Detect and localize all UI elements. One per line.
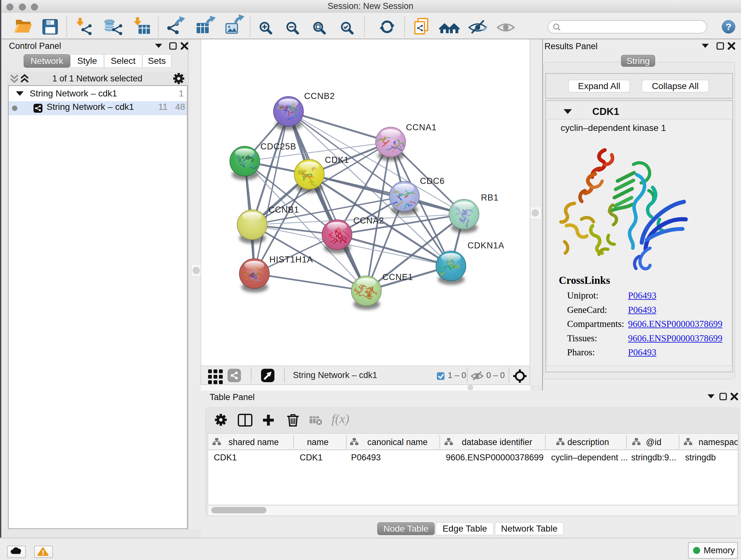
svg-text:HIST1H1A: HIST1H1A [269, 255, 313, 264]
svg-text:CDC6: CDC6 [420, 176, 445, 186]
svg-text:RB1: RB1 [481, 193, 499, 202]
svg-text:CCNE1: CCNE1 [382, 272, 413, 282]
svg-text:CDKN1A: CDKN1A [468, 241, 504, 250]
svg-text:CDK1: CDK1 [325, 155, 349, 165]
svg-text:CCNB1: CCNB1 [268, 205, 299, 214]
svg-text:CCNA2: CCNA2 [353, 216, 384, 226]
svg-text:CDC25B: CDC25B [260, 142, 296, 151]
